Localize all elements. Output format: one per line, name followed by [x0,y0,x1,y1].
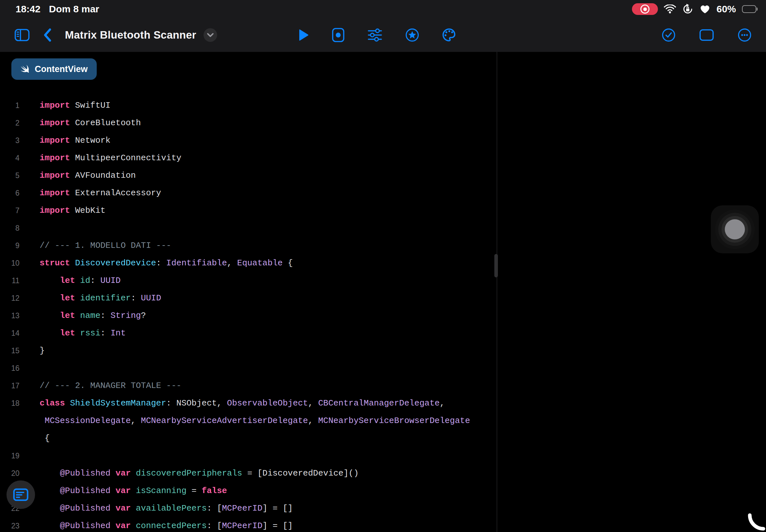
status-time: 18:42 [16,4,41,15]
code-line[interactable]: 21 @Published var isScanning = false [0,482,497,500]
code-line[interactable]: 6import ExternalAccessory [0,184,497,202]
scrollbar-thumb[interactable] [494,254,498,277]
code-lines: 1import SwiftUI2import CoreBluetooth3imp… [0,97,497,532]
code-line[interactable]: 10struct DiscoveredDevice: Identifiable,… [0,254,497,272]
screen: 18:42 Dom 8 mar [0,0,766,532]
windows-button[interactable] [699,29,714,41]
star-circle-icon [405,28,420,42]
code-line[interactable]: 15} [0,342,497,359]
line-number: 18 [0,394,19,412]
code-line[interactable]: 17// --- 2. MANAGER TOTALE --- [0,377,497,394]
code-editor[interactable]: ContentView 1import SwiftUI2import CoreB… [0,52,497,532]
line-text: struct DiscoveredDevice: Identifiable, E… [40,254,293,272]
line-text: @Published var availablePeers: [MCPeerID… [40,500,293,517]
code-line[interactable]: 20 @Published var discoveredPeripherals … [0,465,497,482]
code-line[interactable]: 19 [0,447,497,465]
line-text: import AVFoundation [40,167,136,184]
app-preview-icon [332,28,345,42]
line-text: @Published var isScanning = false [40,482,227,500]
line-number: 1 [0,97,19,114]
code-line[interactable]: MCSessionDelegate, MCNearbyServiceAdvert… [0,412,497,429]
code-line[interactable]: 7import WebKit [0,202,497,219]
app-preview-button[interactable] [332,28,345,42]
title-menu-button[interactable] [203,28,217,42]
code-line[interactable]: 4import MultipeerConnectivity [0,149,497,167]
line-text: @Published var connectedPeers: [MCPeerID… [40,517,293,532]
sidebar-toggle-button[interactable] [14,29,30,42]
code-line[interactable]: 2import CoreBluetooth [0,114,497,132]
line-text: // --- 1. MODELLO DATI --- [40,237,171,254]
heart-icon [699,4,711,14]
line-text: MCSessionDelegate, MCNearbyServiceAdvert… [40,412,470,429]
line-number: 2 [0,114,19,132]
check-tasks-button[interactable] [662,28,676,42]
line-number: 12 [0,289,19,307]
more-ellipsis-icon [737,28,752,42]
code-line[interactable]: 16 [0,359,497,377]
line-number: 10 [0,254,19,272]
line-text: } [40,342,45,359]
line-number: 19 [0,447,19,465]
palette-icon [442,28,457,42]
chevron-down-icon [207,33,214,37]
loading-spinner [741,507,766,532]
line-text: import ExternalAccessory [40,184,161,202]
featured-button[interactable] [405,28,420,42]
console-log-icon [13,488,29,501]
line-text: let rssi: Int [40,324,126,342]
back-button[interactable] [43,28,51,42]
line-text: @Published var discoveredPeripherals = [… [40,465,359,482]
orientation-lock-icon [682,3,694,15]
status-bar: 18:42 Dom 8 mar [0,0,766,18]
code-line[interactable]: 22 @Published var availablePeers: [MCPee… [0,500,497,517]
line-number: 11 [0,272,19,289]
code-line[interactable]: 3import Network [0,132,497,149]
battery-icon [742,5,758,13]
line-number: 15 [0,342,19,359]
run-button[interactable] [298,29,309,42]
recording-indicator[interactable] [632,3,658,15]
code-line[interactable]: 18class ShieldSystemManager: NSObject, O… [0,394,497,412]
checkmark-circle-icon [662,28,676,42]
console-button[interactable] [6,480,35,509]
code-line[interactable]: 11 let id: UUID [0,272,497,289]
top-chrome: 18:42 Dom 8 mar [0,0,766,52]
line-number: 16 [0,359,19,377]
tab-label: ContentView [35,64,88,74]
settings-sliders-button[interactable] [367,28,382,42]
line-text: class ShieldSystemManager: NSObject, Obs… [40,394,445,412]
line-number [0,429,19,447]
wifi-icon [664,5,676,14]
status-date: Dom 8 mar [49,4,99,15]
code-line[interactable]: 5import AVFoundation [0,167,497,184]
code-line[interactable]: 1import SwiftUI [0,97,497,114]
line-text: import WebKit [40,202,105,219]
line-text: import Network [40,132,110,149]
line-number: 23 [0,517,19,532]
line-text: let identifier: UUID [40,289,161,307]
line-text: // --- 2. MANAGER TOTALE --- [40,377,181,394]
line-number: 6 [0,184,19,202]
line-text: import MultipeerConnectivity [40,149,181,167]
line-text: import SwiftUI [40,97,110,114]
code-line[interactable]: 23 @Published var connectedPeers: [MCPee… [0,517,497,532]
line-number: 14 [0,324,19,342]
code-line[interactable]: 8 [0,219,497,237]
assistivetouch-dot-icon [725,219,745,239]
record-ring-icon [640,5,650,14]
contentview-tab[interactable]: ContentView [11,58,97,80]
code-line[interactable]: 13 let name: String? [0,307,497,324]
code-line[interactable]: 9// --- 1. MODELLO DATI --- [0,237,497,254]
line-number: 20 [0,465,19,482]
appearance-button[interactable] [442,28,457,42]
code-line[interactable]: 14 let rssi: Int [0,324,497,342]
more-button[interactable] [737,28,752,42]
assistivetouch-button[interactable] [711,205,759,253]
line-number: 4 [0,149,19,167]
code-line[interactable]: { [0,429,497,447]
line-text: let name: String? [40,307,146,324]
line-number: 9 [0,237,19,254]
code-line[interactable]: 12 let identifier: UUID [0,289,497,307]
play-icon [298,29,309,42]
pane-divider[interactable] [497,52,497,532]
